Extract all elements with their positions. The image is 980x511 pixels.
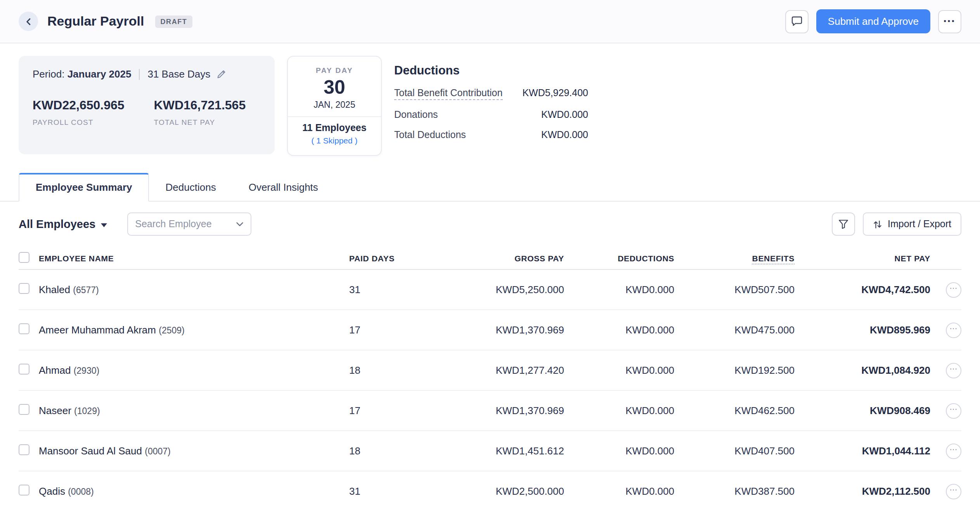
employee-name-cell: Khaled (6577) bbox=[39, 284, 349, 295]
paid-days-cell: 31 bbox=[349, 485, 442, 497]
employee-id: (6577) bbox=[73, 285, 99, 295]
row-checkbox[interactable] bbox=[19, 323, 29, 334]
benefits-cell: KWD462.500 bbox=[674, 405, 795, 416]
row-checkbox-cell bbox=[19, 444, 39, 457]
table-row: Naseer (1029)17KWD1,370.969KWD0.000KWD46… bbox=[19, 391, 961, 431]
employee-name[interactable]: Ameer Muhammad Akram bbox=[39, 324, 156, 336]
employee-name[interactable]: Khaled bbox=[39, 284, 70, 295]
table-row: Ahmad (2930)18KWD1,277.420KWD0.000KWD192… bbox=[19, 350, 961, 391]
feedback-button[interactable] bbox=[785, 10, 809, 33]
back-button[interactable] bbox=[19, 12, 38, 31]
benefits-cell: KWD475.000 bbox=[674, 324, 795, 336]
tab-employee-summary[interactable]: Employee Summary bbox=[19, 173, 149, 202]
row-actions-cell: ⋯ bbox=[930, 282, 961, 297]
import-export-icon bbox=[873, 219, 882, 229]
total-deductions-value: KWD0.000 bbox=[541, 129, 588, 140]
tab-deductions[interactable]: Deductions bbox=[149, 174, 232, 201]
row-checkbox[interactable] bbox=[19, 404, 29, 415]
employee-name-cell: Qadis (0008) bbox=[39, 485, 349, 497]
deductions-cell: KWD0.000 bbox=[564, 364, 674, 376]
header-deductions: DEDUCTIONS bbox=[564, 253, 674, 262]
filter-button[interactable] bbox=[832, 212, 855, 236]
ellipsis-icon: ••• bbox=[944, 18, 956, 25]
edit-period-button[interactable] bbox=[216, 69, 227, 79]
page-title: Regular Payroll bbox=[47, 14, 144, 29]
search-employee-input[interactable] bbox=[135, 219, 228, 230]
topbar-right: Submit and Approve ••• bbox=[785, 9, 961, 33]
header-paid-days: PAID DAYS bbox=[349, 253, 442, 262]
row-checkbox[interactable] bbox=[19, 283, 29, 294]
row-actions-cell: ⋯ bbox=[930, 403, 961, 418]
employee-id: (0008) bbox=[68, 487, 94, 496]
employee-filter-dropdown[interactable]: All Employees bbox=[19, 218, 107, 230]
payday-label: PAY DAY bbox=[288, 66, 381, 74]
net-pay-cell: KWD1,084.920 bbox=[795, 364, 930, 376]
gross-pay-cell: KWD5,250.000 bbox=[442, 284, 564, 295]
row-more-button[interactable]: ⋯ bbox=[946, 363, 961, 378]
net-pay-cell: KWD4,742.500 bbox=[795, 284, 930, 295]
row-more-button[interactable]: ⋯ bbox=[946, 403, 961, 418]
payroll-app: Regular Payroll DRAFT Submit and Approve… bbox=[0, 0, 980, 511]
total-benefit-contribution-label: Total Benefit Contribution bbox=[394, 88, 502, 100]
table-row: Ameer Muhammad Akram (2509)17KWD1,370.96… bbox=[19, 310, 961, 350]
paid-days-cell: 17 bbox=[349, 324, 442, 336]
benefits-cell: KWD407.500 bbox=[674, 445, 795, 457]
row-more-button[interactable]: ⋯ bbox=[946, 282, 961, 297]
row-checkbox-cell bbox=[19, 485, 39, 498]
employee-name[interactable]: Naseer bbox=[39, 405, 71, 416]
header-gross-pay: GROSS PAY bbox=[442, 253, 564, 262]
benefits-cell: KWD507.500 bbox=[674, 284, 795, 295]
row-more-button[interactable]: ⋯ bbox=[946, 483, 961, 499]
row-actions-cell: ⋯ bbox=[930, 483, 961, 499]
donations-value: KWD0.000 bbox=[541, 109, 588, 120]
deductions-cell: KWD0.000 bbox=[564, 284, 674, 295]
row-checkbox[interactable] bbox=[19, 485, 29, 495]
caret-down-icon bbox=[101, 223, 107, 227]
tab-overall-insights[interactable]: Overall Insights bbox=[232, 174, 334, 201]
net-pay-cell: KWD2,112.500 bbox=[795, 485, 930, 497]
row-actions-cell: ⋯ bbox=[930, 363, 961, 378]
table-row: Khaled (6577)31KWD5,250.000KWD0.000KWD50… bbox=[19, 270, 961, 310]
select-all-checkbox[interactable] bbox=[19, 252, 29, 262]
header-checkbox-cell bbox=[19, 252, 39, 264]
import-export-button[interactable]: Import / Export bbox=[863, 212, 961, 236]
more-options-button[interactable]: ••• bbox=[938, 10, 961, 33]
benefits-cell: KWD192.500 bbox=[674, 364, 795, 376]
row-more-button[interactable]: ⋯ bbox=[946, 443, 961, 459]
total-net-pay-value: KWD16,721.565 bbox=[154, 98, 246, 112]
gross-pay-cell: KWD1,370.969 bbox=[442, 405, 564, 416]
tab-bar: Employee Summary Deductions Overall Insi… bbox=[0, 173, 980, 202]
benefits-cell: KWD387.500 bbox=[674, 485, 795, 497]
gross-pay-cell: KWD1,370.969 bbox=[442, 324, 564, 336]
pencil-icon bbox=[216, 69, 227, 79]
employee-name[interactable]: Mansoor Saud Al Saud bbox=[39, 445, 142, 457]
deductions-title: Deductions bbox=[394, 64, 588, 78]
employee-table: EMPLOYEE NAME PAID DAYS GROSS PAY DEDUCT… bbox=[0, 247, 980, 511]
search-employee-select[interactable] bbox=[127, 212, 251, 236]
deductions-cell: KWD0.000 bbox=[564, 485, 674, 497]
payday-day: 30 bbox=[288, 76, 381, 98]
row-actions-cell: ⋯ bbox=[930, 322, 961, 338]
submit-and-approve-button[interactable]: Submit and Approve bbox=[816, 9, 930, 33]
row-checkbox[interactable] bbox=[19, 444, 29, 455]
employee-name[interactable]: Qadis bbox=[39, 485, 65, 497]
total-net-pay-label: TOTAL NET PAY bbox=[154, 118, 246, 126]
chevron-down-icon bbox=[236, 221, 244, 227]
comment-icon bbox=[791, 16, 803, 27]
deduction-row: Total Benefit Contribution KWD5,929.400 bbox=[394, 88, 588, 100]
table-toolbar: All Employees Import / Export bbox=[0, 202, 980, 236]
divider bbox=[139, 69, 140, 79]
row-checkbox[interactable] bbox=[19, 364, 29, 375]
paid-days-cell: 18 bbox=[349, 445, 442, 457]
skipped-employees-link[interactable]: ( 1 Skipped ) bbox=[288, 136, 381, 145]
payroll-cost-block: KWD22,650.965 PAYROLL COST bbox=[33, 98, 125, 126]
deductions-cell: KWD0.000 bbox=[564, 324, 674, 336]
status-badge: DRAFT bbox=[155, 15, 192, 28]
base-days: 31 Base Days bbox=[147, 68, 210, 80]
employee-name[interactable]: Ahmad bbox=[39, 364, 71, 376]
row-checkbox-cell bbox=[19, 404, 39, 417]
period-amounts: KWD22,650.965 PAYROLL COST KWD16,721.565… bbox=[33, 98, 261, 126]
row-more-button[interactable]: ⋯ bbox=[946, 322, 961, 338]
employee-table-body: Khaled (6577)31KWD5,250.000KWD0.000KWD50… bbox=[19, 270, 961, 511]
employee-id: (2930) bbox=[74, 366, 100, 375]
